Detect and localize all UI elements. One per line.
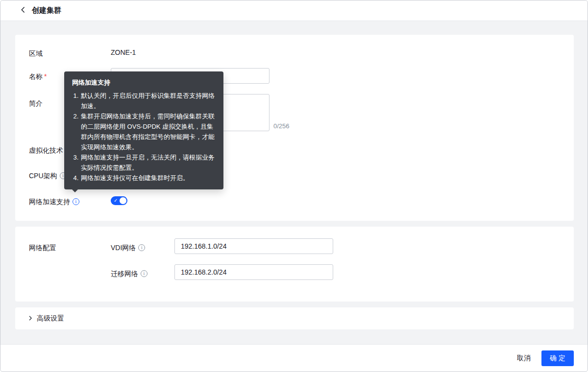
tooltip-item: 网络加速支持仅可在创建集群时开启。 [80, 173, 216, 183]
footer-bar: 取消 确 定 [0, 344, 588, 372]
tooltip-item: 默认关闭，开启后仅用于标识集群是否支持网络加速。 [80, 91, 216, 111]
chevron-left-icon [19, 6, 27, 15]
info-icon[interactable]: i [138, 244, 145, 251]
net-accel-tooltip: 网络加速支持 默认关闭，开启后仅用于标识集群是否支持网络加速。 集群开启网络加速… [64, 71, 223, 189]
advanced-settings-label: 高级设置 [37, 314, 64, 323]
description-label: 简介 [29, 98, 43, 108]
net-accel-row: 网络加速支持 i [29, 197, 79, 207]
required-asterisk: * [44, 72, 47, 80]
net-accel-label: 网络加速支持 [29, 197, 70, 207]
tooltip-title: 网络加速支持 [72, 77, 216, 88]
migration-network-label: 迁移网络 [111, 269, 138, 279]
tooltip-item: 集群开启网络加速支持后，需同时确保集群关联的二层网络使用 OVS-DPDK 虚拟… [80, 111, 216, 152]
name-label: 名称* [29, 71, 47, 81]
network-section-label: 网络配置 [29, 243, 56, 253]
vdi-network-label: VDI网络 [111, 243, 136, 253]
tooltip-item: 网络加速支持一旦开启，无法关闭，请根据业务实际情况按需配置。 [80, 152, 216, 173]
info-icon[interactable]: i [141, 270, 147, 277]
virtualization-label: 虚拟化技术 [29, 145, 63, 155]
info-icon-active[interactable]: i [73, 198, 79, 205]
migration-network-row: 迁移网络 i [111, 269, 147, 279]
net-accel-toggle[interactable]: ✓ [111, 196, 127, 205]
confirm-button[interactable]: 确 定 [541, 350, 574, 366]
advanced-settings-toggle[interactable]: 高级设置 [15, 307, 574, 329]
migration-network-input[interactable] [174, 264, 333, 280]
tooltip-arrow [72, 189, 78, 192]
page-header: 创建集群 [0, 0, 588, 21]
check-icon: ✓ [114, 197, 118, 204]
vdi-network-row: VDI网络 i [111, 243, 145, 253]
cancel-button[interactable]: 取消 [510, 351, 538, 366]
chevron-right-icon [27, 315, 33, 323]
back-button[interactable] [19, 6, 27, 15]
zone-label: 区域 [29, 48, 43, 58]
cpu-arch-row: CPU架构 i [29, 171, 67, 181]
zone-value: ZONE-1 [111, 48, 136, 56]
cpu-arch-label: CPU架构 [29, 171, 57, 181]
tooltip-list: 默认关闭，开启后仅用于标识集群是否支持网络加速。 集群开启网络加速支持后，需同时… [72, 91, 216, 183]
toggle-knob [120, 197, 126, 204]
create-cluster-page: 创建集群 区域 ZONE-1 名称* 简介 0/256 虚拟化技术 CPU架构 … [0, 0, 588, 372]
network-config-card: 网络配置 VDI网络 i 迁移网络 i [15, 227, 574, 302]
vdi-network-input[interactable] [174, 238, 333, 254]
char-counter: 0/256 [273, 122, 290, 130]
page-title: 创建集群 [32, 6, 61, 15]
